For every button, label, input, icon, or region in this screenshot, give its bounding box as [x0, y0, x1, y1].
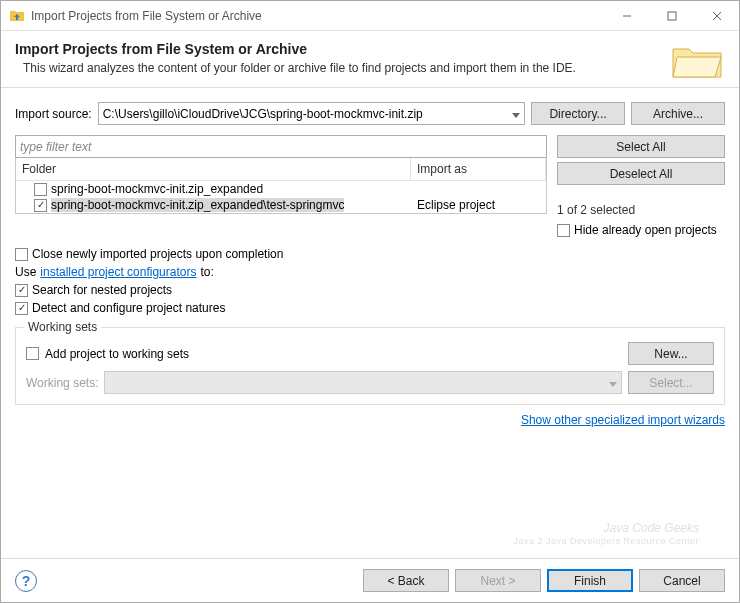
minimize-button[interactable] — [604, 1, 649, 31]
hide-open-checkbox[interactable] — [557, 224, 570, 237]
titlebar: Import Projects from File System or Arch… — [1, 1, 739, 31]
detect-natures-label: Detect and configure project natures — [32, 301, 225, 315]
filter-input[interactable]: type filter text — [15, 135, 547, 158]
selection-side-column: Select All Deselect All 1 of 2 selected … — [557, 135, 725, 239]
banner-description: This wizard analyzes the content of your… — [15, 61, 725, 75]
watermark-sub: Java 2 Java Developers Resource Center — [513, 537, 699, 546]
window-title: Import Projects from File System or Arch… — [31, 9, 604, 23]
detect-natures-checkbox[interactable] — [15, 302, 28, 315]
watermark: Java Code Geeks Java 2 Java Developers R… — [513, 509, 699, 546]
installed-configurators-link[interactable]: installed project configurators — [40, 265, 196, 279]
help-icon[interactable]: ? — [15, 570, 37, 592]
directory-button[interactable]: Directory... — [531, 102, 625, 125]
working-sets-group: Working sets Add project to working sets… — [15, 327, 725, 405]
import-source-combo[interactable]: C:\Users\gillo\iCloudDrive\JCG\spring-bo… — [98, 102, 525, 125]
selection-status: 1 of 2 selected — [557, 189, 725, 217]
table-row[interactable]: spring-boot-mockmvc-init.zip_expanded — [16, 181, 546, 197]
use-configurators-suffix: to: — [200, 265, 213, 279]
cancel-button[interactable]: Cancel — [639, 569, 725, 592]
projects-area: type filter text Folder Import as spring… — [15, 135, 725, 239]
row-folder-label: spring-boot-mockmvc-init.zip_expanded — [51, 182, 263, 196]
working-sets-label: Working sets: — [26, 376, 98, 390]
table-row[interactable]: spring-boot-mockmvc-init.zip_expanded\te… — [16, 197, 546, 213]
watermark-main: Java Code Geeks — [604, 521, 699, 535]
use-configurators-prefix: Use — [15, 265, 36, 279]
chevron-down-icon — [609, 376, 617, 390]
row-folder-label: spring-boot-mockmvc-init.zip_expanded\te… — [51, 198, 344, 212]
banner-heading: Import Projects from File System or Arch… — [15, 41, 725, 57]
show-other-wizards-link[interactable]: Show other specialized import wizards — [521, 413, 725, 427]
working-sets-new-button[interactable]: New... — [628, 342, 714, 365]
import-source-value: C:\Users\gillo\iCloudDrive\JCG\spring-bo… — [103, 107, 512, 121]
add-to-working-sets-label: Add project to working sets — [45, 347, 622, 361]
close-button[interactable] — [694, 1, 739, 31]
next-button: Next > — [455, 569, 541, 592]
working-sets-combo — [104, 371, 622, 394]
chevron-down-icon — [512, 107, 520, 121]
wizard-content: Import source: C:\Users\gillo\iCloudDriv… — [1, 88, 739, 441]
close-on-import-label: Close newly imported projects upon compl… — [32, 247, 283, 261]
hide-open-label: Hide already open projects — [574, 223, 717, 237]
table-header: Folder Import as — [16, 158, 546, 181]
import-source-row: Import source: C:\Users\gillo\iCloudDriv… — [15, 102, 725, 125]
finish-button[interactable]: Finish — [547, 569, 633, 592]
wizard-footer: ? < Back Next > Finish Cancel — [1, 558, 739, 602]
search-nested-label: Search for nested projects — [32, 283, 172, 297]
svg-rect-1 — [668, 12, 676, 20]
row-import-as: Eclipse project — [411, 198, 546, 212]
wizard-banner: Import Projects from File System or Arch… — [1, 31, 739, 88]
window-controls — [604, 1, 739, 31]
folder-open-icon — [669, 39, 725, 86]
close-on-import-checkbox[interactable] — [15, 248, 28, 261]
add-to-working-sets-checkbox[interactable] — [26, 347, 39, 360]
column-folder[interactable]: Folder — [16, 158, 411, 180]
import-wizard-icon — [9, 8, 25, 24]
maximize-button[interactable] — [649, 1, 694, 31]
column-import-as[interactable]: Import as — [411, 158, 546, 180]
search-nested-checkbox[interactable] — [15, 284, 28, 297]
import-source-label: Import source: — [15, 107, 92, 121]
archive-button[interactable]: Archive... — [631, 102, 725, 125]
row-checkbox[interactable] — [34, 199, 47, 212]
projects-table: Folder Import as spring-boot-mockmvc-ini… — [15, 158, 547, 214]
working-sets-legend: Working sets — [24, 320, 101, 334]
back-button[interactable]: < Back — [363, 569, 449, 592]
deselect-all-button[interactable]: Deselect All — [557, 162, 725, 185]
working-sets-select-button: Select... — [628, 371, 714, 394]
select-all-button[interactable]: Select All — [557, 135, 725, 158]
row-checkbox[interactable] — [34, 183, 47, 196]
